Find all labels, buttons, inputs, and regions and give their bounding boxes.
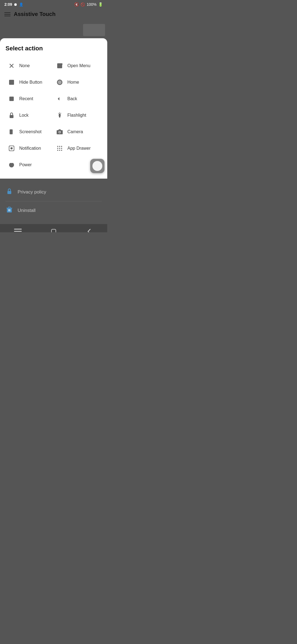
privacy-policy-icon bbox=[6, 188, 13, 196]
battery-icon: 🔋 bbox=[98, 2, 103, 7]
home-label: Home bbox=[67, 80, 79, 85]
nav-home-button[interactable] bbox=[48, 227, 59, 232]
privacy-policy-label: Privacy policy bbox=[18, 189, 46, 195]
svg-rect-36 bbox=[14, 231, 22, 232]
camera-label: Camera bbox=[67, 129, 83, 134]
none-label: None bbox=[19, 63, 30, 68]
svg-line-10 bbox=[58, 113, 59, 114]
svg-rect-30 bbox=[7, 191, 11, 194]
svg-rect-31 bbox=[7, 208, 12, 212]
recent-label: Recent bbox=[19, 96, 33, 101]
status-bar: 2:09 ⏺ 👤 🔇 🚫 100% 🔋 bbox=[0, 0, 107, 8]
app-drawer-icon bbox=[56, 144, 64, 152]
svg-point-2 bbox=[11, 81, 12, 83]
action-back[interactable]: Back bbox=[54, 91, 102, 107]
user-icon: 👤 bbox=[19, 2, 23, 7]
svg-rect-5 bbox=[9, 97, 14, 101]
floating-assistive-button[interactable] bbox=[90, 159, 105, 173]
battery-text: 100% bbox=[87, 2, 97, 7]
privacy-policy-item[interactable]: Privacy policy bbox=[6, 183, 102, 201]
mute-icon: 🔇 bbox=[74, 2, 79, 7]
svg-line-11 bbox=[61, 113, 61, 114]
back-label: Back bbox=[67, 96, 77, 101]
dnd-icon: 🚫 bbox=[81, 2, 85, 7]
back-icon bbox=[56, 95, 64, 103]
home-icon bbox=[56, 78, 64, 86]
svg-rect-8 bbox=[59, 114, 61, 115]
svg-rect-6 bbox=[10, 115, 13, 118]
sheet-title: Select action bbox=[6, 45, 102, 52]
svg-point-25 bbox=[59, 148, 60, 149]
recording-icon: ⏺ bbox=[14, 2, 17, 7]
app-drawer-label: App Drawer bbox=[67, 146, 90, 151]
floating-inner-circle bbox=[92, 161, 102, 171]
svg-point-4 bbox=[58, 80, 62, 84]
svg-point-29 bbox=[61, 150, 62, 151]
time: 2:09 bbox=[4, 2, 12, 7]
action-lock[interactable]: Lock bbox=[6, 107, 54, 124]
screenshot-icon bbox=[8, 128, 15, 136]
action-power[interactable]: Power bbox=[6, 157, 54, 173]
svg-point-20 bbox=[10, 147, 13, 149]
action-app-drawer[interactable]: App Drawer bbox=[54, 140, 102, 157]
action-flashlight[interactable]: Flashlight bbox=[54, 107, 102, 124]
open-menu-icon bbox=[56, 62, 64, 70]
nav-menu-button[interactable] bbox=[12, 227, 23, 232]
svg-point-23 bbox=[61, 146, 62, 147]
status-right: 🔇 🚫 100% 🔋 bbox=[74, 2, 103, 7]
flashlight-label: Flashlight bbox=[67, 113, 86, 118]
hamburger-icon[interactable] bbox=[4, 12, 10, 16]
status-left: 2:09 ⏺ 👤 bbox=[4, 2, 23, 7]
svg-point-13 bbox=[11, 134, 11, 134]
action-recent[interactable]: Recent bbox=[6, 91, 54, 107]
app-title: Assistive Touch bbox=[14, 11, 56, 17]
svg-rect-38 bbox=[51, 229, 56, 232]
svg-point-21 bbox=[57, 146, 58, 147]
nav-back-button[interactable] bbox=[84, 227, 95, 232]
svg-rect-35 bbox=[14, 229, 22, 230]
action-hide-button[interactable]: Hide Button bbox=[6, 74, 54, 91]
action-screenshot[interactable]: Screenshot bbox=[6, 124, 54, 140]
dimmed-section: Privacy policy Uninstall bbox=[0, 179, 107, 224]
hide-button-icon bbox=[8, 78, 15, 86]
action-notification[interactable]: Notification bbox=[6, 140, 54, 157]
svg-point-22 bbox=[59, 146, 60, 147]
x-icon bbox=[8, 62, 15, 70]
flashlight-icon bbox=[56, 111, 64, 119]
screenshot-label: Screenshot bbox=[19, 129, 42, 134]
lock-label: Lock bbox=[19, 113, 29, 118]
notification-label: Notification bbox=[19, 146, 41, 151]
svg-point-15 bbox=[11, 130, 11, 131]
open-menu-label: Open Menu bbox=[67, 63, 90, 68]
bg-box bbox=[83, 24, 105, 36]
uninstall-item[interactable]: Uninstall bbox=[6, 201, 102, 220]
uninstall-icon bbox=[6, 206, 13, 215]
camera-icon bbox=[56, 128, 64, 136]
action-grid: None Open Menu Hide Button bbox=[6, 58, 102, 173]
svg-point-17 bbox=[59, 132, 61, 133]
svg-point-26 bbox=[61, 148, 62, 149]
svg-marker-7 bbox=[59, 115, 61, 118]
app-bar: Assistive Touch bbox=[0, 8, 107, 22]
action-home[interactable]: Home bbox=[54, 74, 102, 91]
action-open-menu[interactable]: Open Menu bbox=[54, 58, 102, 74]
recent-icon bbox=[8, 95, 15, 103]
power-label: Power bbox=[19, 162, 32, 167]
power-icon bbox=[8, 161, 15, 169]
notification-icon bbox=[8, 144, 15, 152]
bottom-sheet: Select action None Open Menu bbox=[0, 38, 107, 179]
action-camera[interactable]: Camera bbox=[54, 124, 102, 140]
action-none[interactable]: None bbox=[6, 58, 54, 74]
hide-button-label: Hide Button bbox=[19, 80, 42, 85]
navigation-bar bbox=[0, 224, 107, 232]
lock-icon bbox=[8, 111, 15, 119]
svg-point-27 bbox=[57, 150, 58, 151]
svg-point-28 bbox=[59, 150, 60, 151]
svg-point-24 bbox=[57, 148, 58, 149]
bg-content bbox=[0, 22, 107, 38]
uninstall-label: Uninstall bbox=[18, 208, 35, 213]
